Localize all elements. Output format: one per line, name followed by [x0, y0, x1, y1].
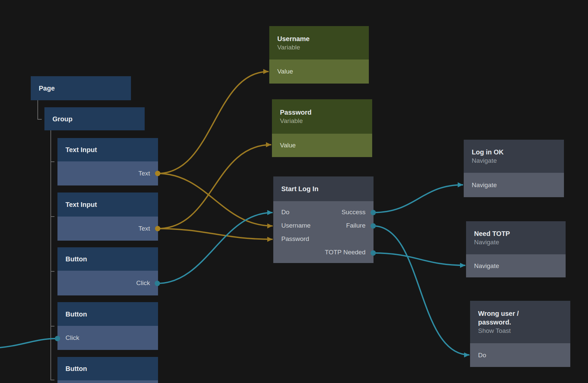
node-title: Text Input [65, 200, 150, 209]
node-wrong-user-password[interactable]: Wrong user / password. Show Toast Do [470, 301, 570, 367]
node-password-variable[interactable]: Password Variable Value [272, 99, 372, 157]
port-success-output[interactable]: Success [341, 209, 365, 216]
node-title: Log in OK [472, 148, 556, 156]
node-subtitle: Navigate [474, 238, 558, 246]
connection-success-to-loginok-navigate[interactable] [373, 185, 463, 213]
port-password-input[interactable]: Password [281, 235, 309, 243]
port-value-input[interactable]: Value [280, 142, 296, 149]
node-title: Button [65, 255, 150, 263]
node-text-input-2[interactable]: Text Input Text [57, 193, 158, 241]
node-title: Username [277, 34, 361, 43]
port-text-output[interactable]: Text [138, 170, 150, 177]
node-title: Page [39, 84, 123, 93]
node-subtitle: Navigate [472, 156, 556, 165]
tree-connector-page-group [38, 100, 42, 119]
node-title: Button [65, 310, 150, 318]
node-button-1[interactable]: Button Click [57, 247, 158, 295]
port-navigate-input[interactable]: Navigate [474, 262, 499, 270]
tree-connector-group-children [51, 130, 54, 380]
node-title: Wrong user / password. [478, 309, 537, 327]
node-start-log-in[interactable]: Start Log In Do Success Username Failure… [273, 176, 374, 263]
node-text-input-1[interactable]: Text Input Text [57, 138, 158, 185]
port-navigate-input[interactable]: Navigate [472, 181, 497, 189]
node-subtitle: Show Toast [478, 327, 562, 335]
port-value-input[interactable]: Value [277, 68, 293, 75]
port-do-input[interactable]: Do [478, 352, 486, 359]
connection-failure-to-wronguser-do[interactable] [373, 226, 469, 355]
node-username-variable[interactable]: Username Variable Value [269, 26, 369, 84]
connection-text1-to-startlogin-username[interactable] [158, 173, 273, 226]
node-log-in-ok[interactable]: Log in OK Navigate Navigate [464, 140, 564, 197]
node-group[interactable]: Group [44, 107, 145, 130]
port-text-output[interactable]: Text [138, 225, 150, 232]
port-failure-output[interactable]: Failure [346, 222, 365, 229]
port-do-input[interactable]: Do [281, 209, 289, 216]
node-page[interactable]: Page [31, 76, 131, 100]
connection-text2-to-startlogin-password[interactable] [158, 229, 273, 239]
port-totp-needed-output[interactable]: TOTP Needed [325, 249, 365, 256]
node-title: Group [52, 115, 137, 123]
node-button-3[interactable]: Button [57, 357, 158, 383]
port-click-input[interactable]: Click [65, 334, 79, 342]
node-button-2[interactable]: Button Click [57, 302, 158, 350]
node-title: Button [65, 364, 150, 373]
connection-totpneeded-to-needtotp-navigate[interactable] [373, 253, 465, 265]
node-subtitle: Variable [280, 117, 364, 125]
connection-text1-to-username-value[interactable] [158, 72, 269, 173]
node-title: Text Input [65, 145, 150, 154]
node-title: Start Log In [281, 184, 365, 193]
node-title: Need TOTP [474, 229, 558, 238]
node-subtitle: Variable [277, 43, 361, 51]
node-title: Password [280, 108, 364, 117]
port-click-output[interactable]: Click [136, 279, 150, 287]
node-editor-canvas[interactable]: Page Group Text Input Text Text Input Te… [0, 0, 588, 383]
node-need-totp[interactable]: Need TOTP Navigate Navigate [466, 221, 566, 277]
port-username-input[interactable]: Username [281, 222, 311, 229]
connection-offscreen-to-button2-click[interactable] [0, 339, 56, 348]
